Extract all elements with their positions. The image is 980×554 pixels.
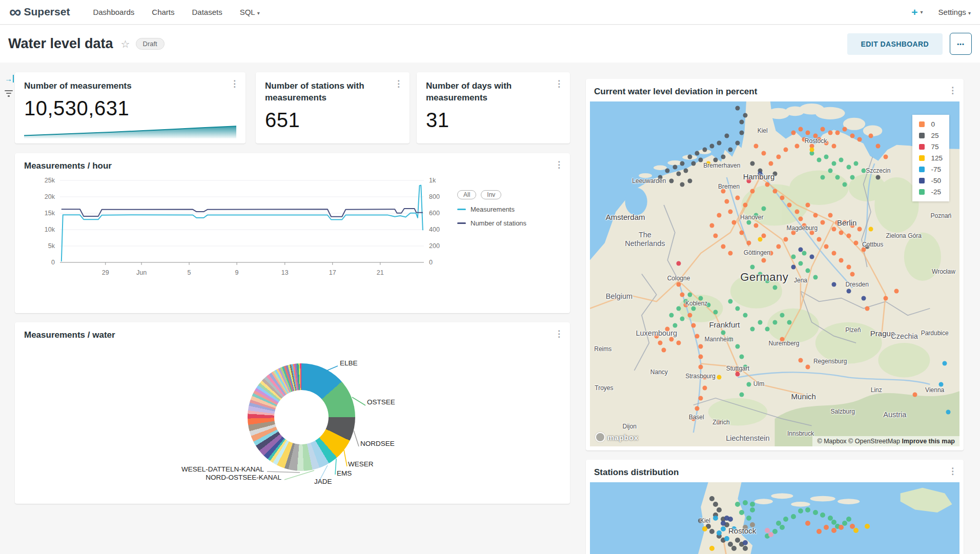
station-dot [721, 526, 726, 531]
stations-map[interactable]: KielRostock [590, 482, 959, 554]
map-legend-item[interactable]: -75 [919, 166, 943, 173]
station-dot [750, 502, 755, 507]
map-legend-item[interactable]: 75 [919, 143, 943, 151]
svg-text:20k: 20k [45, 193, 55, 200]
mapbox-logo[interactable]: mapbox [595, 432, 639, 442]
station-dot [677, 172, 681, 176]
station-dot [861, 296, 866, 300]
station-dot [709, 529, 714, 534]
settings-menu[interactable]: Settings ▾ [938, 8, 971, 16]
station-dot [876, 175, 881, 180]
station-dot [798, 508, 803, 514]
card-title: Measurements / hour [24, 160, 561, 172]
station-dot [728, 210, 732, 214]
station-dot [743, 500, 748, 505]
expand-filter-bar-icon[interactable]: → [5, 75, 14, 83]
donut-label: NORDSEE [360, 440, 395, 447]
station-dot [758, 320, 762, 324]
station-dot [691, 161, 696, 166]
map-legend-item[interactable]: 25 [919, 132, 943, 139]
legend-entry[interactable]: Measurements [457, 206, 560, 213]
station-dot [854, 161, 859, 166]
kebab-menu-icon[interactable]: ⋮ [555, 78, 563, 89]
kebab-menu-icon[interactable]: ⋮ [555, 159, 563, 170]
station-dot [747, 240, 751, 245]
new-item-button[interactable]: + ▾ [911, 7, 923, 17]
station-dot [747, 220, 751, 224]
kebab-menu-icon[interactable]: ⋮ [948, 466, 957, 477]
kebab-menu-icon[interactable]: ⋮ [948, 85, 957, 96]
station-dot [780, 337, 784, 342]
map-legend-item[interactable]: -25 [919, 188, 943, 196]
station-dot [853, 528, 859, 533]
station-dot [754, 213, 759, 218]
station-dot [739, 355, 744, 359]
station-dot [724, 536, 729, 541]
station-dot [743, 313, 747, 318]
attribution-text[interactable]: © Mapbox © OpenStreetMap [817, 438, 902, 445]
station-dot [913, 393, 917, 397]
donut-hole [274, 390, 329, 444]
station-dot [747, 382, 751, 386]
station-dot [691, 417, 696, 421]
donut-label: ELBE [340, 359, 358, 367]
nav-item-datasets[interactable]: Datasets [192, 8, 222, 16]
nav-item-dashboards[interactable]: Dashboards [93, 8, 134, 16]
superset-logo[interactable]: ∞ Superset [9, 5, 70, 18]
station-dot [717, 420, 722, 424]
kebab-menu-icon[interactable]: ⋮ [555, 329, 563, 339]
kebab-menu-icon[interactable]: ⋮ [394, 78, 403, 89]
station-dot [938, 382, 943, 386]
station-dot [865, 306, 869, 311]
station-dot [850, 223, 854, 228]
legend-label: -25 [931, 188, 941, 196]
station-dot [658, 341, 662, 345]
station-dot [817, 137, 822, 142]
station-dot [802, 251, 807, 256]
station-dot [743, 365, 747, 370]
svg-text:0: 0 [429, 259, 433, 266]
favorite-star-icon[interactable]: ☆ [121, 38, 130, 50]
map-attribution: © Mapbox © OpenStreetMap Improve this ma… [812, 436, 959, 446]
station-dot [798, 216, 803, 221]
station-dot [739, 130, 744, 135]
legend-button-all[interactable]: All [457, 190, 476, 199]
station-dot [687, 313, 692, 318]
map-legend-item[interactable]: -50 [919, 177, 943, 184]
svg-text:21: 21 [377, 269, 384, 276]
station-dot [798, 248, 803, 252]
station-dot [713, 234, 718, 238]
edit-dashboard-button[interactable]: EDIT DASHBOARD [847, 33, 943, 55]
station-dot [750, 327, 755, 332]
card-water-level-deviation-map: Current water level deviation in percent… [586, 79, 964, 450]
station-dot [809, 230, 814, 235]
legend-label: -50 [931, 177, 941, 184]
map-legend-item[interactable]: 0 [919, 120, 943, 128]
station-dot [839, 525, 844, 530]
station-dot [724, 134, 729, 138]
nav-item-charts[interactable]: Charts [152, 8, 174, 16]
big-number-value: 31 [426, 109, 561, 132]
dashboard-more-button[interactable]: ••• [950, 33, 972, 55]
legend-button-inv[interactable]: Inv [481, 190, 501, 199]
station-dot [824, 154, 829, 159]
filter-icon[interactable] [4, 90, 13, 98]
station-dot [669, 337, 673, 342]
nav-item-sql[interactable]: SQL▾ [240, 8, 260, 16]
improve-map-link[interactable]: Improve this map [902, 438, 955, 445]
deviation-map[interactable]: 02575125-75-50-25LeeuwardenAmsterdamThe … [590, 101, 959, 446]
legend-entry[interactable]: Number of stations [457, 219, 560, 227]
station-dot [787, 320, 792, 324]
station-dot [699, 355, 703, 359]
station-dot [743, 546, 748, 551]
card-title: Measurements / water [24, 330, 561, 341]
station-dot [750, 507, 755, 512]
kebab-menu-icon[interactable]: ⋮ [230, 78, 239, 89]
donut-label: NORD-OSTSEE-KANAL [206, 474, 281, 481]
station-dot [761, 206, 766, 211]
station-dot [846, 517, 851, 522]
map-legend-item[interactable]: 125 [919, 154, 943, 162]
big-number-value: 651 [265, 109, 400, 132]
top-navbar: ∞ Superset DashboardsChartsDatasetsSQL▾ … [0, 0, 980, 25]
station-dot [828, 168, 832, 173]
